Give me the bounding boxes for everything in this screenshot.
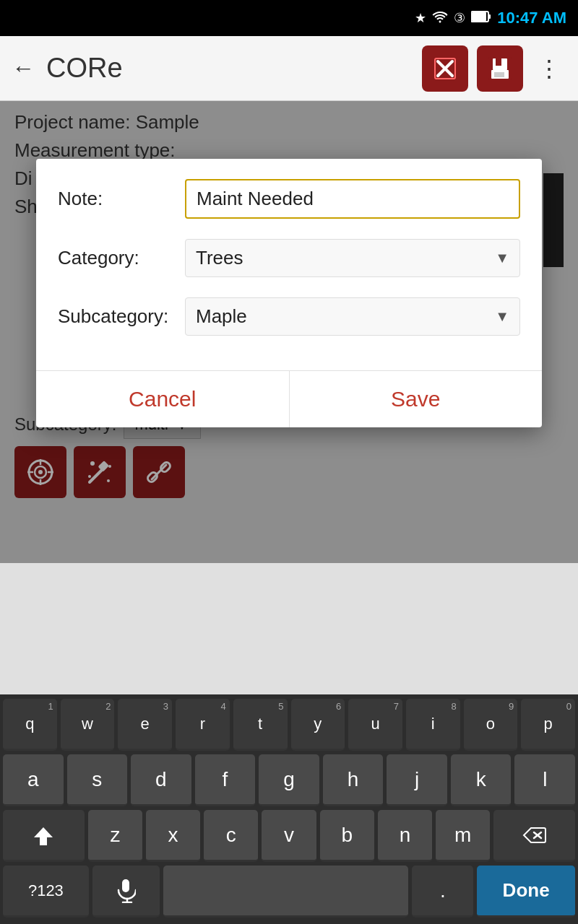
keyboard-zxcv-row: z x c v b n m xyxy=(3,810,575,862)
svg-rect-1 xyxy=(488,14,491,19)
svg-rect-9 xyxy=(496,58,501,66)
key-i[interactable]: 8i xyxy=(406,699,460,751)
note-label: Note: xyxy=(58,188,173,210)
key-c[interactable]: c xyxy=(204,810,258,862)
space-key[interactable] xyxy=(163,866,408,918)
svg-rect-2 xyxy=(472,12,486,21)
svg-rect-11 xyxy=(494,72,504,77)
category-arrow-icon: ▼ xyxy=(495,250,509,266)
key-z[interactable]: z xyxy=(88,810,142,862)
signal-icon: ③ xyxy=(454,10,465,26)
status-time: 10:47 AM xyxy=(497,9,566,27)
key-t[interactable]: 5t xyxy=(233,699,288,751)
mic-key[interactable] xyxy=(92,866,160,918)
key-r[interactable]: 4r xyxy=(176,699,230,751)
key-l[interactable]: l xyxy=(514,754,575,806)
key-g[interactable]: g xyxy=(259,754,319,806)
key-d[interactable]: d xyxy=(131,754,191,806)
key-e[interactable]: 3e xyxy=(118,699,172,751)
dialog-body: Note: Category: Trees ▼ Subcategory: Map… xyxy=(36,159,542,370)
key-n[interactable]: n xyxy=(378,810,432,862)
wifi-icon xyxy=(432,10,448,27)
done-key[interactable]: Done xyxy=(477,866,575,918)
category-value: Trees xyxy=(196,247,243,269)
more-options-button[interactable]: ⋮ xyxy=(532,49,566,88)
save-action-button[interactable] xyxy=(477,45,523,92)
save-button[interactable]: Save xyxy=(290,371,543,427)
key-b[interactable]: b xyxy=(320,810,374,862)
keyboard-bottom-row: ?123 . Done xyxy=(3,866,575,918)
app-title: CORe xyxy=(46,53,410,84)
back-button[interactable]: ← xyxy=(12,55,35,82)
key-y[interactable]: 6y xyxy=(291,699,345,751)
keyboard: 1q 2w 3e 4r 5t 6y 7u 8i 9o 0p a s d f g … xyxy=(0,694,578,924)
period-key[interactable]: . xyxy=(412,866,473,918)
subcategory-label: Subcategory: xyxy=(58,305,173,328)
key-m[interactable]: m xyxy=(436,810,490,862)
app-bar-actions: ⋮ xyxy=(422,45,566,92)
app-bar: ← CORe ⋮ xyxy=(0,36,578,101)
subcategory-value: Maple xyxy=(196,305,247,328)
category-row: Category: Trees ▼ xyxy=(58,239,520,277)
key-s[interactable]: s xyxy=(67,754,128,806)
key-x[interactable]: x xyxy=(146,810,200,862)
shift-key[interactable] xyxy=(3,810,85,862)
dialog-buttons: Cancel Save xyxy=(36,370,542,427)
key-h[interactable]: h xyxy=(323,754,384,806)
key-q[interactable]: 1q xyxy=(3,699,57,751)
backspace-key[interactable] xyxy=(493,810,575,862)
numbers-switch-key[interactable]: ?123 xyxy=(3,866,89,918)
key-v[interactable]: v xyxy=(262,810,316,862)
key-p[interactable]: 0p xyxy=(521,699,575,751)
dialog-overlay: Note: Category: Trees ▼ Subcategory: Map… xyxy=(0,101,578,563)
bluetooth-icon: ★ xyxy=(415,10,426,26)
key-w[interactable]: 2w xyxy=(61,699,115,751)
cancel-action-button[interactable] xyxy=(422,45,468,92)
key-k[interactable]: k xyxy=(451,754,512,806)
keyboard-asdf-row: a s d f g h j k l xyxy=(3,754,575,806)
svg-rect-28 xyxy=(40,843,47,845)
status-bar: ★ ③ 10:47 AM xyxy=(0,0,578,36)
key-a[interactable]: a xyxy=(3,754,64,806)
cancel-button[interactable]: Cancel xyxy=(36,371,290,427)
note-row: Note: xyxy=(58,179,520,219)
category-label: Category: xyxy=(58,247,173,269)
subcategory-select[interactable]: Maple ▼ xyxy=(185,297,520,336)
subcategory-arrow-icon: ▼ xyxy=(495,308,509,325)
category-select[interactable]: Trees ▼ xyxy=(185,239,520,277)
battery-icon xyxy=(471,10,491,27)
key-u[interactable]: 7u xyxy=(348,699,402,751)
subcategory-row: Subcategory: Maple ▼ xyxy=(58,297,520,336)
status-icons: ★ ③ 10:47 AM xyxy=(415,9,566,27)
keyboard-number-row: 1q 2w 3e 4r 5t 6y 7u 8i 9o 0p xyxy=(3,699,575,751)
key-o[interactable]: 9o xyxy=(464,699,518,751)
svg-rect-31 xyxy=(122,879,129,892)
key-j[interactable]: j xyxy=(387,754,447,806)
note-input[interactable] xyxy=(185,179,520,219)
note-dialog: Note: Category: Trees ▼ Subcategory: Map… xyxy=(36,159,542,427)
key-f[interactable]: f xyxy=(195,754,256,806)
